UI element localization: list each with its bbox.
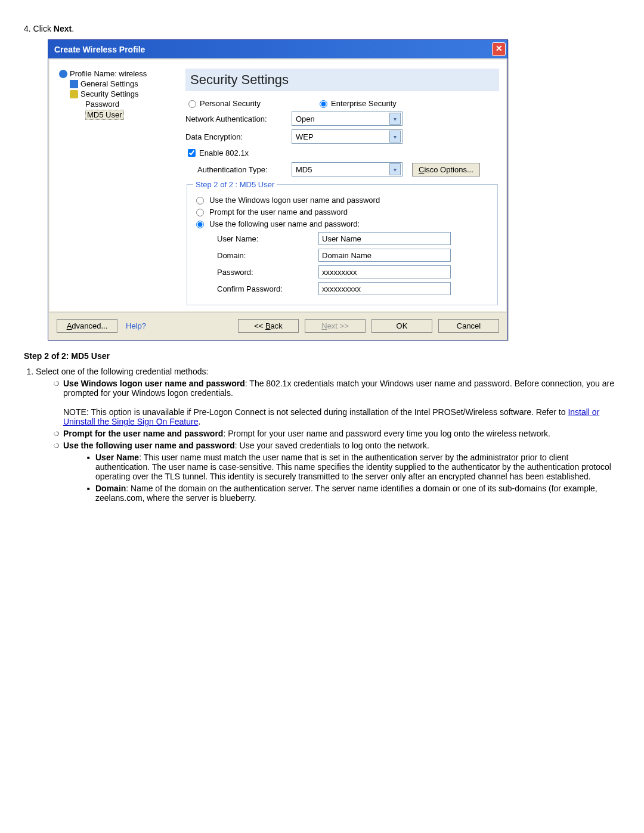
cisco-options-button[interactable]: Cisco Options... bbox=[412, 163, 480, 176]
advanced-button[interactable]: Advanced... bbox=[57, 319, 117, 333]
dataenc-combo[interactable]: WEP▾ bbox=[292, 129, 402, 144]
enable-8021x-checkbox[interactable] bbox=[188, 149, 196, 157]
dialog-title: Create Wireless Profile bbox=[54, 45, 145, 54]
network-icon bbox=[59, 70, 67, 78]
lock-icon bbox=[70, 90, 78, 98]
authtype-label: Authentication Type: bbox=[197, 165, 292, 174]
close-icon[interactable]: ✕ bbox=[492, 42, 506, 56]
tree-general[interactable]: General Settings bbox=[57, 79, 182, 89]
personal-security-radio[interactable] bbox=[188, 100, 196, 108]
confirm-password-field[interactable] bbox=[318, 282, 451, 295]
tree-password[interactable]: Password bbox=[57, 99, 182, 109]
cred-following-radio[interactable] bbox=[196, 221, 204, 228]
chevron-down-icon: ▾ bbox=[389, 113, 401, 125]
username-field[interactable] bbox=[318, 232, 451, 245]
tree-security[interactable]: Security Settings bbox=[57, 89, 182, 99]
titlebar: Create Wireless Profile ✕ bbox=[48, 40, 507, 58]
authtype-combo[interactable]: MD5▾ bbox=[292, 162, 402, 176]
help-link[interactable]: Help? bbox=[126, 321, 146, 330]
domain-field[interactable] bbox=[318, 249, 451, 262]
md5-user-group: Step 2 of 2 : MD5 User Use the Windows l… bbox=[187, 180, 498, 305]
doc-step-4: 4. Click Next. bbox=[24, 24, 620, 33]
password-field[interactable] bbox=[318, 265, 451, 278]
netauth-label: Network Authentication: bbox=[185, 114, 292, 123]
cancel-button[interactable]: Cancel bbox=[438, 319, 499, 333]
doc-heading: Step 2 of 2: MD5 User bbox=[24, 351, 620, 361]
doc-instructions: Select one of the following credential m… bbox=[36, 367, 620, 503]
group-legend: Step 2 of 2 : MD5 User bbox=[193, 180, 277, 189]
nav-tree: Profile Name: wireless General Settings … bbox=[57, 69, 182, 305]
next-button[interactable]: Next >> bbox=[305, 319, 366, 333]
cred-prompt-radio[interactable] bbox=[196, 209, 204, 216]
dataenc-label: Data Encryption: bbox=[185, 132, 292, 141]
tree-profile[interactable]: Profile Name: wireless bbox=[57, 69, 182, 79]
chevron-down-icon: ▾ bbox=[389, 163, 401, 175]
netauth-combo[interactable]: Open▾ bbox=[292, 112, 402, 126]
ok-button[interactable]: OK bbox=[371, 319, 432, 333]
enterprise-security-radio[interactable] bbox=[320, 100, 327, 108]
back-button[interactable]: << Back bbox=[238, 319, 299, 333]
tree-md5[interactable]: MD5 User bbox=[57, 109, 182, 120]
dialog-footer: Advanced... Help? << Back Next >> OK Can… bbox=[48, 312, 507, 340]
page-title: Security Settings bbox=[185, 69, 499, 91]
chevron-down-icon: ▾ bbox=[389, 131, 401, 143]
card-icon bbox=[70, 80, 78, 88]
create-wireless-profile-dialog: Create Wireless Profile ✕ Profile Name: … bbox=[48, 39, 508, 340]
cred-windows-radio[interactable] bbox=[196, 197, 204, 205]
